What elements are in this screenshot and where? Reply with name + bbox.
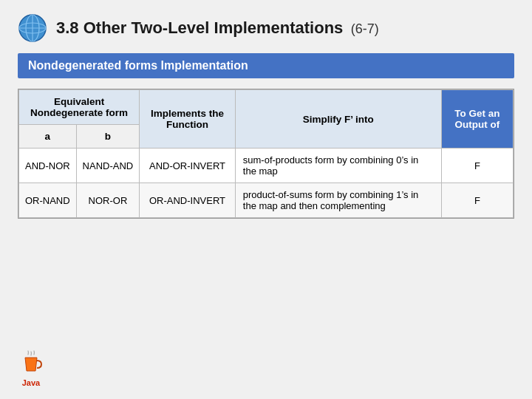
page: 3.8 Other Two-Level Implementations (6-7… bbox=[0, 0, 532, 399]
globe-icon bbox=[18, 13, 47, 43]
row1-implements: AND-OR-INVERT bbox=[140, 149, 236, 183]
output-header: To Get an Output of bbox=[441, 90, 513, 149]
java-cup-icon bbox=[18, 350, 44, 377]
java-label: Java bbox=[22, 378, 40, 387]
table-row: OR-NAND NOR-OR OR-AND-INVERT product-of-… bbox=[19, 183, 514, 218]
page-header: 3.8 Other Two-Level Implementations (6-7… bbox=[18, 13, 514, 43]
col-a-header: a bbox=[19, 125, 77, 149]
row2-simplify: product-of-sums form by combining 1’s in… bbox=[235, 183, 441, 218]
row2-output: F bbox=[441, 183, 513, 218]
section-header: Nondegenerated forms Implementation bbox=[18, 53, 514, 78]
row1-col-b: NAND-AND bbox=[76, 149, 140, 183]
row2-implements: OR-AND-INVERT bbox=[140, 183, 236, 218]
row2-col-b: NOR-OR bbox=[76, 183, 140, 218]
row1-col-a: AND-NOR bbox=[19, 149, 77, 183]
row2-col-a: OR-NAND bbox=[19, 183, 77, 218]
row1-simplify: sum-of-products form by combining 0’s in… bbox=[235, 149, 441, 183]
java-logo: Java bbox=[18, 350, 44, 387]
page-title: 3.8 Other Two-Level Implementations (6-7… bbox=[56, 18, 379, 38]
col-b-header: b bbox=[76, 125, 140, 149]
implements-header: Implements the Function bbox=[140, 90, 236, 149]
simplify-header: Simplify F’ into bbox=[235, 90, 441, 149]
row1-output: F bbox=[441, 149, 513, 183]
equiv-header: Equivalent Nondegenerate form bbox=[19, 90, 140, 125]
table-row: AND-NOR NAND-AND AND-OR-INVERT sum-of-pr… bbox=[19, 149, 514, 183]
implementations-table: Equivalent Nondegenerate form Implements… bbox=[18, 89, 514, 219]
